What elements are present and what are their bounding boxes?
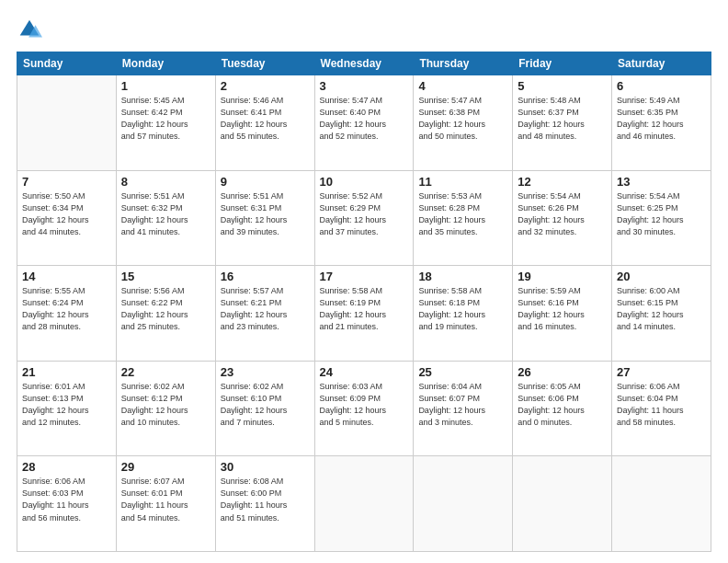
calendar-cell: 6Sunrise: 5:49 AM Sunset: 6:35 PM Daylig… (612, 75, 711, 171)
calendar-cell: 13Sunrise: 5:54 AM Sunset: 6:25 PM Dayli… (612, 170, 711, 266)
day-number: 18 (418, 270, 507, 283)
day-info: Sunrise: 5:58 AM Sunset: 6:19 PM Dayligh… (320, 285, 409, 333)
logo-icon (17, 17, 42, 42)
day-number: 5 (518, 79, 607, 93)
calendar-cell: 2Sunrise: 5:46 AM Sunset: 6:41 PM Daylig… (215, 75, 314, 171)
calendar-cell: 5Sunrise: 5:48 AM Sunset: 6:37 PM Daylig… (513, 75, 612, 171)
week-row-2: 7Sunrise: 5:50 AM Sunset: 6:34 PM Daylig… (17, 170, 711, 266)
day-number: 12 (518, 175, 607, 189)
day-info: Sunrise: 6:02 AM Sunset: 6:12 PM Dayligh… (121, 381, 210, 429)
day-info: Sunrise: 5:49 AM Sunset: 6:35 PM Dayligh… (617, 95, 706, 143)
calendar-cell: 30Sunrise: 6:08 AM Sunset: 6:00 PM Dayli… (215, 456, 314, 552)
calendar-table: SundayMondayTuesdayWednesdayThursdayFrid… (17, 52, 711, 552)
day-info: Sunrise: 6:06 AM Sunset: 6:03 PM Dayligh… (22, 476, 111, 523)
header-row: SundayMondayTuesdayWednesdayThursdayFrid… (17, 52, 711, 75)
day-number: 28 (22, 460, 111, 474)
day-info: Sunrise: 5:51 AM Sunset: 6:31 PM Dayligh… (221, 190, 310, 238)
day-info: Sunrise: 5:56 AM Sunset: 6:22 PM Dayligh… (121, 285, 210, 333)
day-number: 11 (418, 175, 507, 189)
calendar-cell: 20Sunrise: 6:00 AM Sunset: 6:15 PM Dayli… (612, 266, 711, 362)
logo (17, 17, 46, 42)
day-info: Sunrise: 5:59 AM Sunset: 6:16 PM Dayligh… (518, 285, 607, 333)
day-info: Sunrise: 6:02 AM Sunset: 6:10 PM Dayligh… (221, 381, 310, 429)
day-number: 4 (418, 79, 507, 93)
day-info: Sunrise: 5:54 AM Sunset: 6:26 PM Dayligh… (518, 190, 607, 238)
calendar-cell: 16Sunrise: 5:57 AM Sunset: 6:21 PM Dayli… (215, 266, 314, 362)
day-number: 20 (617, 270, 706, 283)
calendar-cell: 3Sunrise: 5:47 AM Sunset: 6:40 PM Daylig… (314, 75, 414, 171)
day-info: Sunrise: 5:45 AM Sunset: 6:42 PM Dayligh… (121, 95, 210, 143)
page: SundayMondayTuesdayWednesdayThursdayFrid… (0, 0, 728, 563)
day-info: Sunrise: 5:58 AM Sunset: 6:18 PM Dayligh… (418, 285, 507, 333)
calendar-cell: 27Sunrise: 6:06 AM Sunset: 6:04 PM Dayli… (612, 361, 711, 456)
day-number: 10 (320, 175, 409, 189)
calendar-cell (414, 456, 513, 552)
col-header-thursday: Thursday (414, 52, 513, 75)
day-info: Sunrise: 6:08 AM Sunset: 6:00 PM Dayligh… (221, 476, 310, 523)
header (17, 17, 711, 42)
day-number: 22 (121, 365, 210, 379)
day-number: 13 (617, 175, 706, 189)
week-row-5: 28Sunrise: 6:06 AM Sunset: 6:03 PM Dayli… (17, 456, 711, 552)
calendar-cell: 9Sunrise: 5:51 AM Sunset: 6:31 PM Daylig… (215, 170, 314, 266)
day-number: 14 (22, 270, 111, 283)
week-row-3: 14Sunrise: 5:55 AM Sunset: 6:24 PM Dayli… (17, 266, 711, 362)
day-number: 8 (121, 175, 210, 189)
col-header-wednesday: Wednesday (314, 52, 414, 75)
day-info: Sunrise: 5:57 AM Sunset: 6:21 PM Dayligh… (221, 285, 310, 333)
calendar-cell: 21Sunrise: 6:01 AM Sunset: 6:13 PM Dayli… (17, 361, 117, 456)
calendar-cell (612, 456, 711, 552)
calendar-cell: 29Sunrise: 6:07 AM Sunset: 6:01 PM Dayli… (116, 456, 215, 552)
day-info: Sunrise: 5:46 AM Sunset: 6:41 PM Dayligh… (221, 95, 310, 143)
day-info: Sunrise: 6:01 AM Sunset: 6:13 PM Dayligh… (22, 381, 111, 429)
calendar-cell: 4Sunrise: 5:47 AM Sunset: 6:38 PM Daylig… (414, 75, 513, 171)
calendar-cell (17, 75, 117, 171)
day-number: 17 (320, 270, 409, 283)
col-header-saturday: Saturday (612, 52, 711, 75)
calendar-cell: 14Sunrise: 5:55 AM Sunset: 6:24 PM Dayli… (17, 266, 117, 362)
day-info: Sunrise: 5:47 AM Sunset: 6:38 PM Dayligh… (418, 95, 507, 143)
day-info: Sunrise: 5:54 AM Sunset: 6:25 PM Dayligh… (617, 190, 706, 238)
day-info: Sunrise: 6:06 AM Sunset: 6:04 PM Dayligh… (617, 381, 706, 429)
day-info: Sunrise: 6:05 AM Sunset: 6:06 PM Dayligh… (518, 381, 607, 429)
day-info: Sunrise: 5:48 AM Sunset: 6:37 PM Dayligh… (518, 95, 607, 143)
calendar-cell: 22Sunrise: 6:02 AM Sunset: 6:12 PM Dayli… (116, 361, 215, 456)
day-number: 6 (617, 79, 706, 93)
day-number: 19 (518, 270, 607, 283)
day-info: Sunrise: 6:00 AM Sunset: 6:15 PM Dayligh… (617, 285, 706, 333)
day-number: 16 (221, 270, 310, 283)
calendar-cell: 28Sunrise: 6:06 AM Sunset: 6:03 PM Dayli… (17, 456, 117, 552)
calendar-cell: 26Sunrise: 6:05 AM Sunset: 6:06 PM Dayli… (513, 361, 612, 456)
day-number: 7 (22, 175, 111, 189)
week-row-1: 1Sunrise: 5:45 AM Sunset: 6:42 PM Daylig… (17, 75, 711, 171)
day-number: 21 (22, 365, 111, 379)
calendar-cell (513, 456, 612, 552)
calendar-cell: 17Sunrise: 5:58 AM Sunset: 6:19 PM Dayli… (314, 266, 414, 362)
calendar-cell: 11Sunrise: 5:53 AM Sunset: 6:28 PM Dayli… (414, 170, 513, 266)
calendar-cell: 10Sunrise: 5:52 AM Sunset: 6:29 PM Dayli… (314, 170, 414, 266)
calendar-cell: 23Sunrise: 6:02 AM Sunset: 6:10 PM Dayli… (215, 361, 314, 456)
day-number: 2 (221, 79, 310, 93)
day-number: 24 (320, 365, 409, 379)
day-info: Sunrise: 5:55 AM Sunset: 6:24 PM Dayligh… (22, 285, 111, 333)
calendar-cell: 19Sunrise: 5:59 AM Sunset: 6:16 PM Dayli… (513, 266, 612, 362)
day-number: 15 (121, 270, 210, 283)
day-number: 9 (221, 175, 310, 189)
calendar-cell: 18Sunrise: 5:58 AM Sunset: 6:18 PM Dayli… (414, 266, 513, 362)
col-header-monday: Monday (116, 52, 215, 75)
day-info: Sunrise: 5:51 AM Sunset: 6:32 PM Dayligh… (121, 190, 210, 238)
day-number: 1 (121, 79, 210, 93)
col-header-sunday: Sunday (17, 52, 117, 75)
day-info: Sunrise: 5:53 AM Sunset: 6:28 PM Dayligh… (418, 190, 507, 238)
calendar-cell: 7Sunrise: 5:50 AM Sunset: 6:34 PM Daylig… (17, 170, 117, 266)
calendar-cell: 15Sunrise: 5:56 AM Sunset: 6:22 PM Dayli… (116, 266, 215, 362)
day-info: Sunrise: 6:03 AM Sunset: 6:09 PM Dayligh… (320, 381, 409, 429)
day-info: Sunrise: 5:52 AM Sunset: 6:29 PM Dayligh… (320, 190, 409, 238)
day-number: 23 (221, 365, 310, 379)
calendar-cell: 25Sunrise: 6:04 AM Sunset: 6:07 PM Dayli… (414, 361, 513, 456)
day-number: 3 (320, 79, 409, 93)
day-info: Sunrise: 6:07 AM Sunset: 6:01 PM Dayligh… (121, 476, 210, 523)
col-header-tuesday: Tuesday (215, 52, 314, 75)
calendar-cell (314, 456, 414, 552)
calendar-cell: 24Sunrise: 6:03 AM Sunset: 6:09 PM Dayli… (314, 361, 414, 456)
